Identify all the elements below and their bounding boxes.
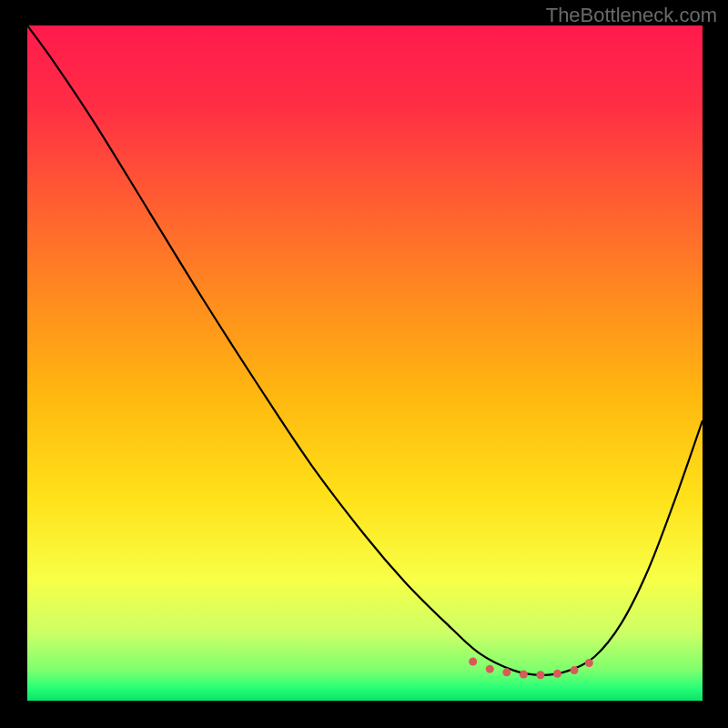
valley-marker bbox=[585, 659, 593, 667]
valley-marker bbox=[469, 657, 477, 665]
watermark-text: TheBottleneck.com bbox=[546, 4, 717, 27]
valley-marker bbox=[571, 666, 579, 674]
chart-container: TheBottleneck.com bbox=[0, 0, 728, 728]
valley-marker bbox=[486, 665, 494, 673]
valley-marker bbox=[553, 670, 561, 678]
valley-markers bbox=[27, 25, 703, 701]
valley-marker bbox=[502, 668, 511, 676]
plot-area bbox=[27, 25, 703, 701]
valley-marker bbox=[536, 671, 544, 679]
valley-marker bbox=[520, 671, 528, 679]
